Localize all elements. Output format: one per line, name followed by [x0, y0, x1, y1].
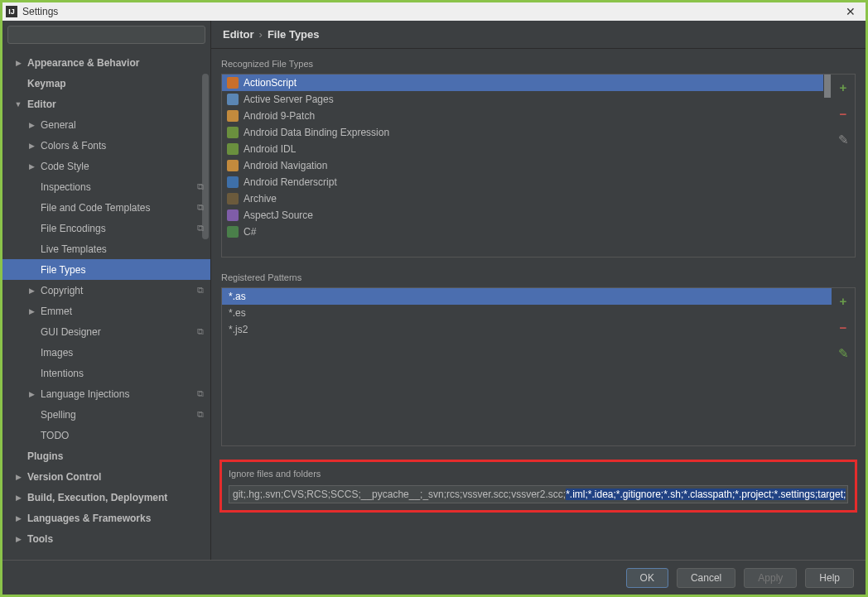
remove-pattern-button[interactable]: − — [836, 320, 851, 335]
tree-item-label: File Encodings — [41, 223, 106, 234]
edit-filetype-button[interactable]: ✎ — [836, 132, 851, 147]
chevron-icon — [12, 493, 24, 502]
tree-item-label: Languages & Frameworks — [27, 513, 151, 524]
sidebar: Appearance & BehaviorKeymapEditorGeneral… — [2, 21, 211, 560]
chevron-icon — [12, 514, 24, 522]
filetype-row[interactable]: C# — [222, 224, 823, 240]
tree-item[interactable]: Emmet — [2, 301, 210, 321]
tree-item[interactable]: Colors & Fonts — [2, 135, 210, 156]
tree-item[interactable]: Editor — [2, 94, 210, 114]
close-icon[interactable]: ✕ — [839, 5, 862, 18]
search-input[interactable] — [7, 26, 205, 44]
ignore-prefix: git;.hg;.svn;CVS;RCS;SCCS;__pycache__;_s… — [233, 489, 566, 500]
filetype-label: Android IDL — [244, 143, 296, 155]
settings-window: IJ Settings ✕ Appearance & BehaviorKeyma… — [0, 0, 868, 597]
pattern-row[interactable]: *.as — [222, 288, 832, 305]
tree-item[interactable]: File Encodings⧉ — [2, 218, 210, 238]
tree-item[interactable]: Build, Execution, Deployment — [2, 487, 210, 508]
tree-item-label: Code Style — [41, 161, 89, 172]
scope-icon: ⧉ — [197, 409, 204, 420]
tree-item[interactable]: Appearance & Behavior — [2, 52, 210, 73]
recognized-actions: + − ✎ — [832, 75, 855, 257]
tree-item[interactable]: Images — [2, 342, 210, 363]
ignore-input[interactable]: git;.hg;.svn;CVS;RCS;SCCS;__pycache__;_s… — [229, 485, 848, 503]
filetype-row[interactable]: Android 9-Patch — [222, 108, 823, 124]
tree-item[interactable]: GUI Designer⧉ — [2, 321, 210, 342]
filetype-label: AspectJ Source — [244, 209, 313, 221]
cancel-button[interactable]: Cancel — [677, 568, 735, 588]
remove-filetype-button[interactable]: − — [836, 106, 851, 121]
filetype-row[interactable]: ActionScript — [222, 75, 823, 91]
tree-item[interactable]: Plugins — [2, 445, 210, 466]
tree-item[interactable]: Keymap — [2, 73, 210, 94]
scope-icon: ⧉ — [197, 223, 204, 234]
chevron-icon — [12, 100, 24, 108]
filetype-row[interactable]: Active Server Pages — [222, 91, 823, 108]
chevron-icon — [12, 535, 24, 543]
recognized-scrollbar[interactable] — [823, 75, 832, 257]
tree-scrollbar[interactable] — [202, 74, 209, 239]
tree-item-label: Version Control — [27, 471, 101, 483]
chevron-icon — [12, 59, 24, 67]
settings-tree[interactable]: Appearance & BehaviorKeymapEditorGeneral… — [2, 49, 210, 560]
pattern-row[interactable]: *.js2 — [222, 321, 832, 338]
tree-item[interactable]: Code Style — [2, 156, 210, 176]
tree-item[interactable]: Language Injections⧉ — [2, 383, 210, 404]
tree-item[interactable]: Languages & Frameworks — [2, 508, 210, 528]
chevron-icon — [26, 121, 37, 129]
pattern-row[interactable]: *.es — [222, 305, 832, 321]
add-pattern-button[interactable]: + — [836, 293, 851, 308]
chevron-icon — [26, 307, 37, 315]
filetype-row[interactable]: Android Navigation — [222, 157, 823, 174]
breadcrumb: Editor › File Types — [211, 21, 866, 49]
patterns-wrap: *.as*.es*.js2 + − ✎ — [221, 287, 856, 446]
ignore-selection: *.iml;*.idea;*.gitignore;*.sh;*.classpat… — [566, 489, 846, 500]
tree-item[interactable]: TODO — [2, 425, 210, 445]
chevron-icon — [12, 473, 24, 481]
window-title: Settings — [22, 6, 839, 17]
filetype-row[interactable]: Android Renderscript — [222, 174, 823, 190]
tree-item[interactable]: Copyright⧉ — [2, 280, 210, 301]
add-filetype-button[interactable]: + — [836, 79, 851, 94]
tree-item[interactable]: Tools — [2, 528, 210, 549]
tree-item[interactable]: General — [2, 114, 210, 135]
chevron-icon — [26, 286, 37, 295]
filetype-row[interactable]: AspectJ Source — [222, 207, 823, 224]
apply-button[interactable]: Apply — [744, 568, 797, 588]
breadcrumb-sep: › — [259, 28, 263, 41]
edit-pattern-button[interactable]: ✎ — [836, 346, 851, 361]
tree-item-label: TODO — [41, 430, 69, 441]
tree-item[interactable]: Intentions — [2, 363, 210, 383]
scope-icon: ⧉ — [197, 285, 204, 296]
recognized-label: Recognized File Types — [221, 59, 856, 69]
tree-item[interactable]: File and Code Templates⧉ — [2, 197, 210, 218]
scope-icon: ⧉ — [197, 181, 204, 192]
tree-item-label: Copyright — [41, 285, 83, 296]
tree-item-label: Emmet — [41, 306, 72, 317]
filetype-row[interactable]: Android Data Binding Expression — [222, 124, 823, 141]
content: Appearance & BehaviorKeymapEditorGeneral… — [2, 21, 866, 560]
main-panel: Editor › File Types Recognized File Type… — [211, 21, 866, 560]
filetype-icon — [227, 110, 239, 122]
filetype-row[interactable]: Android IDL — [222, 141, 823, 157]
help-button[interactable]: Help — [805, 568, 854, 588]
filetype-row[interactable]: Archive — [222, 190, 823, 207]
tree-item[interactable]: Spelling⧉ — [2, 404, 210, 425]
filetype-icon — [227, 193, 239, 205]
chevron-icon — [26, 390, 37, 398]
recognized-listbox[interactable]: ActionScriptActive Server PagesAndroid 9… — [222, 75, 823, 257]
breadcrumb-part: Editor — [223, 28, 254, 41]
tree-item[interactable]: Live Templates — [2, 238, 210, 259]
tree-item[interactable]: Version Control — [2, 466, 210, 487]
ok-button[interactable]: OK — [626, 568, 668, 588]
tree-item-label: Live Templates — [41, 243, 107, 255]
chevron-icon — [26, 142, 37, 150]
filetype-icon — [227, 160, 239, 171]
tree-item[interactable]: Inspections⧉ — [2, 176, 210, 197]
tree-item-label: GUI Designer — [41, 326, 101, 338]
filetype-icon — [227, 226, 239, 238]
tree-item[interactable]: File Types — [2, 259, 210, 280]
tree-item-label: File Types — [41, 264, 85, 276]
patterns-listbox[interactable]: *.as*.es*.js2 — [222, 288, 832, 445]
tree-item-label: Inspections — [41, 181, 91, 193]
